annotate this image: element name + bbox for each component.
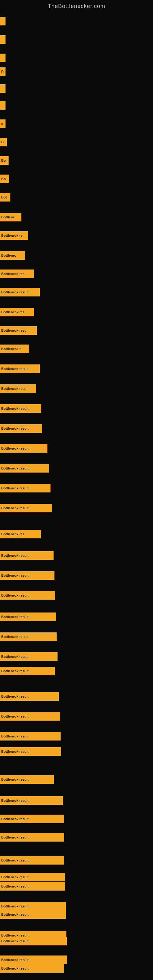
- bar-item: Bottleneck result: [0, 712, 60, 721]
- bar: Bottleneck res: [0, 530, 41, 538]
- bar: Bottleneck result: [0, 833, 64, 842]
- bar-label: Bottleneck r: [1, 347, 21, 351]
- bar: [0, 84, 5, 93]
- bar: Bottleneck result: [0, 712, 60, 721]
- bar-item: [0, 84, 5, 93]
- bar: Bottleneck result: [0, 796, 63, 805]
- bar-item: B: [0, 138, 7, 146]
- bar-label: Bottleneck res: [1, 310, 24, 314]
- bar: Bottleneck res: [0, 308, 34, 317]
- bar: Bottleneck result: [0, 902, 66, 910]
- bar-label: Bottleneck result: [1, 714, 29, 718]
- bar-label: Bottleneck result: [1, 913, 29, 916]
- bar-item: Bottleneck result: [0, 873, 65, 881]
- bar-label: Bottleneck result: [1, 734, 29, 738]
- bar-item: Bottleneck result: [0, 288, 40, 296]
- bar-label: Bottleneck result: [1, 939, 29, 943]
- bar: Bo: [0, 175, 9, 183]
- bar-label: Bottleneck result: [1, 885, 29, 888]
- bar-label: Bottleneck result: [1, 554, 29, 557]
- site-title: TheBottlenecker.com: [0, 0, 153, 11]
- bar-label: Bottleneck result: [1, 875, 29, 879]
- bar: Bottleneck result: [0, 956, 67, 964]
- bar-label: Bottleneck result: [1, 290, 29, 294]
- bar: Bottleneck result: [0, 612, 56, 621]
- bar: Bottleneck result: [0, 910, 66, 919]
- bar-item: Bottleneck result: [0, 652, 57, 661]
- bar-item: Bottleneck result: [0, 364, 40, 373]
- bar: Bottleneck result: [0, 571, 54, 580]
- bar-label: Bottleneck result: [1, 799, 29, 802]
- bar: Bottleneck result: [0, 964, 64, 973]
- bar-item: Bottleneck result: [0, 902, 66, 910]
- bar-label: Bottleneck result: [1, 486, 29, 490]
- bar-item: Bottleneck result: [0, 775, 54, 784]
- bar-label: Bottleneck re: [1, 234, 22, 237]
- bar: Bottleneck result: [0, 732, 61, 740]
- bar-label: Bottleneck result: [1, 669, 29, 673]
- bar: Bottleneck result: [0, 747, 61, 756]
- bar-label: Bottleneck result: [1, 574, 29, 577]
- bar: s: [0, 119, 5, 128]
- bar: Bottleneck result: [0, 692, 59, 701]
- bar-label: Bottleneck result: [1, 447, 29, 450]
- bar: Bottleneck result: [0, 937, 67, 945]
- bar: Bottleneck result: [0, 882, 65, 891]
- bar: Bottleneck result: [0, 591, 55, 600]
- bar-label: Bottleneck result: [1, 367, 29, 371]
- bar-label: Bottleneck result: [1, 593, 29, 597]
- bar-item: s: [0, 119, 5, 128]
- bar-label: Bottleneck result: [1, 635, 29, 638]
- bar-item: Bottleneck result: [0, 882, 65, 891]
- bar-item: [0, 17, 5, 25]
- bar-item: [0, 35, 5, 44]
- bar-item: Bottleneck re: [0, 231, 28, 240]
- bar-item: Bottleneck result: [0, 404, 41, 413]
- bar: [0, 35, 5, 44]
- bar-item: Bottleneck result: [0, 747, 61, 756]
- bar-item: Bottleneck result: [0, 632, 57, 641]
- bar-item: Bottleneck result: [0, 591, 55, 600]
- bar: [0, 54, 5, 62]
- bar-item: Bottleneck result: [0, 796, 63, 805]
- bar-label: Bottleneck result: [1, 407, 29, 410]
- bar-label: Bottleneck result: [1, 835, 29, 839]
- bar-item: Bottlene: [0, 213, 21, 221]
- bar-item: Bottleneck result: [0, 551, 54, 560]
- bar-label: R: [1, 70, 4, 73]
- bar: Bottleneck result: [0, 504, 52, 512]
- bar-item: Bottleneck result: [0, 424, 42, 433]
- bar: Bottleneck result: [0, 856, 64, 865]
- bar-item: Bottleneck result: [0, 815, 64, 823]
- bar-item: Bottleneck result: [0, 833, 64, 842]
- bar-item: Bottleneck res: [0, 308, 34, 317]
- bar: Bottleneck resu: [0, 326, 37, 335]
- bar-label: Bottleneck result: [1, 778, 29, 781]
- bar-label: Bo: [1, 159, 6, 162]
- bar: Bottleneck result: [0, 288, 40, 296]
- bar-label: Bottleneck result: [1, 858, 29, 862]
- bar: Bottleneck result: [0, 873, 65, 881]
- bar-item: Bottleneck result: [0, 910, 66, 919]
- bar-item: Bo: [0, 156, 9, 165]
- bar-item: Bottleneck result: [0, 856, 64, 865]
- bar-label: Bottleneck res: [1, 532, 24, 536]
- bar: Bottleneck result: [0, 404, 41, 413]
- bar: Bottleneck r: [0, 345, 29, 353]
- bar-label: Bottleneck resu: [1, 387, 27, 390]
- bar: Bo: [0, 156, 9, 165]
- bar: Bottleneck result: [0, 815, 64, 823]
- bar-item: [0, 101, 5, 110]
- bar-item: Bottleneck result: [0, 571, 54, 580]
- bar-label: Bottleneck resu: [1, 329, 27, 332]
- bar-label: Bottleneck result: [1, 615, 29, 619]
- bar: [0, 101, 5, 110]
- bar: Bottleneck result: [0, 484, 51, 492]
- bar-item: Bottleneck res: [0, 269, 33, 278]
- bar: R: [0, 67, 5, 76]
- bar-item: Bottleneck result: [0, 937, 67, 945]
- bar-item: Bottleneck result: [0, 667, 55, 675]
- bar-item: Bottleneck result: [0, 504, 52, 512]
- bar-label: Bottleneck result: [1, 817, 29, 821]
- bar-item: Bottleneck result: [0, 692, 59, 701]
